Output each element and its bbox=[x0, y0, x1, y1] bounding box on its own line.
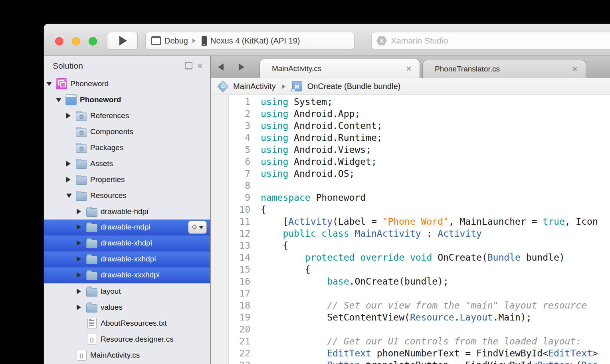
code-line[interactable]: 9namespace Phoneword bbox=[229, 192, 610, 204]
code-line[interactable]: 5using Android.Views; bbox=[229, 144, 610, 156]
breadcrumb-member[interactable]: OnCreate (Bundle bundle) bbox=[307, 82, 400, 91]
line-number: 18 bbox=[229, 299, 257, 311]
folder-icon bbox=[86, 237, 97, 249]
run-button[interactable] bbox=[107, 32, 138, 49]
tree-item-assets[interactable]: Assets bbox=[44, 156, 210, 172]
tree-item-values[interactable]: values bbox=[44, 299, 210, 315]
expander-closed-icon[interactable] bbox=[77, 256, 86, 262]
code-line[interactable]: 17 bbox=[229, 287, 610, 299]
code-line[interactable]: 18 // Set our view from the "main" layou… bbox=[229, 299, 610, 311]
code-line[interactable]: 7using Android.OS; bbox=[229, 168, 610, 180]
breadcrumb-class[interactable]: MainActivity bbox=[233, 82, 276, 91]
item-options-button[interactable]: ⚙ bbox=[188, 221, 207, 234]
code-line[interactable]: 23 Button translateButton = FindViewById… bbox=[229, 359, 610, 364]
expander-closed-icon[interactable] bbox=[77, 289, 86, 294]
line-number: 16 bbox=[229, 275, 257, 287]
line-number: 7 bbox=[229, 168, 257, 180]
tree-item-label: References bbox=[90, 111, 129, 120]
expander-closed-icon[interactable] bbox=[66, 113, 76, 119]
code-line[interactable]: 3using Android.Content; bbox=[229, 120, 610, 132]
expander-open-icon[interactable] bbox=[56, 98, 65, 102]
tab-mainactivity[interactable]: MainActivity.cs ✕ bbox=[259, 59, 420, 78]
line-number: 5 bbox=[229, 144, 257, 156]
expander-open-icon[interactable] bbox=[46, 82, 56, 86]
tree-item-properties[interactable]: Properties bbox=[44, 172, 210, 188]
tree-item-phoneword[interactable]: Phoneword bbox=[44, 76, 210, 92]
expander-closed-icon[interactable] bbox=[66, 161, 76, 166]
build-config-device-selector[interactable]: Debug Nexus 4 (KitKat) (API 19) bbox=[145, 32, 355, 49]
code-line[interactable]: 12 public class MainActivity : Activity bbox=[229, 228, 610, 239]
search-field[interactable]: X Xamarin Studio bbox=[371, 32, 610, 49]
expander-closed-icon[interactable] bbox=[77, 305, 86, 310]
code-line[interactable]: 19 SetContentView(Resource.Layout.Main); bbox=[229, 311, 610, 323]
code-line[interactable]: 1using System; bbox=[229, 96, 610, 108]
tree-item-mainactivity-cs[interactable]: {}MainActivity.cs bbox=[44, 347, 210, 363]
navigate-back-icon[interactable] bbox=[218, 63, 224, 71]
code-line[interactable]: 11 [Activity(Label = "Phone Word", MainL… bbox=[229, 216, 610, 228]
dock-pad-icon[interactable] bbox=[185, 62, 192, 69]
code-text: SetContentView(Resource.Layout.Main); bbox=[261, 311, 532, 323]
traffic-lights bbox=[55, 37, 97, 46]
tree-item-components[interactable]: Components bbox=[44, 124, 210, 140]
code-text: { bbox=[261, 239, 288, 251]
minimize-window-button[interactable] bbox=[72, 37, 80, 46]
chevron-down-icon bbox=[199, 226, 204, 229]
device-phone-icon bbox=[202, 36, 207, 46]
tree-item-layout[interactable]: layout bbox=[44, 283, 210, 299]
code-text: [Activity(Label = "Phone Word", MainLaun… bbox=[261, 216, 598, 228]
tree-item-label: Resource.designer.cs bbox=[101, 335, 174, 344]
folder-gear-icon bbox=[76, 110, 87, 121]
close-tab-icon[interactable]: ✕ bbox=[572, 65, 578, 73]
code-line[interactable]: 10{ bbox=[229, 204, 610, 216]
code-line[interactable]: 15 { bbox=[229, 263, 610, 275]
tree-item-phoneword[interactable]: Phoneword bbox=[44, 92, 210, 108]
code-line[interactable]: 4using Android.Runtime; bbox=[229, 132, 610, 144]
folder-icon bbox=[86, 269, 97, 281]
code-line[interactable]: 8 bbox=[229, 180, 610, 192]
code-line[interactable]: 20 bbox=[229, 323, 610, 335]
tree-item-references[interactable]: References bbox=[44, 108, 210, 124]
code-line[interactable]: 21 // Get our UI controls from the loade… bbox=[229, 335, 610, 347]
chevron-right-icon bbox=[282, 84, 285, 89]
tree-item-label: drawable-mdpi bbox=[101, 223, 151, 231]
tree-item-drawable-xxxhdpi[interactable]: drawable-xxxhdpi bbox=[44, 267, 210, 283]
code-text: base.OnCreate(bundle); bbox=[261, 275, 449, 287]
tree-item-drawable-xxhdpi[interactable]: drawable-xxhdpi bbox=[44, 251, 210, 267]
close-window-button[interactable] bbox=[55, 37, 63, 46]
close-pad-icon[interactable]: ✕ bbox=[197, 63, 203, 69]
tree-item-packages[interactable]: Packages bbox=[44, 140, 210, 156]
expander-closed-icon[interactable] bbox=[77, 224, 86, 230]
tree-item-resources[interactable]: Resources bbox=[44, 188, 210, 204]
solution-pad-title: Solution bbox=[53, 61, 185, 71]
line-number: 1 bbox=[229, 96, 257, 108]
folder-icon bbox=[86, 206, 97, 217]
line-number: 21 bbox=[229, 335, 257, 347]
code-editor[interactable]: 1using System;2using Android.App;3using … bbox=[211, 95, 610, 364]
expander-closed-icon[interactable] bbox=[66, 177, 76, 182]
navigate-forward-icon[interactable] bbox=[239, 63, 244, 71]
tree-item-drawable-mdpi[interactable]: drawable-mdpi⚙ bbox=[44, 220, 210, 235]
tree-item-drawable-xhdpi[interactable]: drawable-xhdpi bbox=[44, 235, 210, 251]
expander-open-icon[interactable] bbox=[66, 194, 76, 198]
expander-closed-icon[interactable] bbox=[77, 209, 86, 214]
code-line[interactable]: 6using Android.Widget; bbox=[229, 156, 610, 168]
tree-item-drawable-hdpi[interactable]: drawable-hdpi bbox=[44, 204, 210, 220]
fold-gutter bbox=[211, 95, 229, 364]
code-text: protected override void OnCreate(Bundle … bbox=[261, 251, 565, 263]
code-line[interactable]: 16 base.OnCreate(bundle); bbox=[229, 275, 610, 287]
code-line[interactable]: 22 EditText phoneNumberText = FindViewBy… bbox=[229, 347, 610, 359]
solution-pad: Solution ✕ PhonewordPhonewordReferencesC… bbox=[44, 56, 211, 364]
code-text: { bbox=[261, 263, 311, 275]
zoom-window-button[interactable] bbox=[89, 37, 97, 46]
expander-closed-icon[interactable] bbox=[77, 240, 86, 246]
close-tab-icon[interactable]: ✕ bbox=[406, 64, 412, 73]
code-line[interactable]: 14 protected override void OnCreate(Bund… bbox=[229, 251, 610, 263]
tree-item-resource-designer-cs[interactable]: {}Resource.designer.cs bbox=[44, 331, 210, 347]
code-line[interactable]: 13 { bbox=[229, 239, 610, 251]
code-line[interactable]: 2using Android.App; bbox=[229, 108, 610, 120]
tab-phonetranslator[interactable]: PhoneTranslator.cs ✕ bbox=[422, 60, 586, 78]
tab-label: PhoneTranslator.cs bbox=[435, 65, 500, 73]
code-text: Button translateButton = FindViewById<Bu… bbox=[261, 359, 598, 364]
tree-item-aboutresources-txt[interactable]: AboutResources.txt bbox=[44, 315, 210, 331]
expander-closed-icon[interactable] bbox=[77, 272, 86, 278]
